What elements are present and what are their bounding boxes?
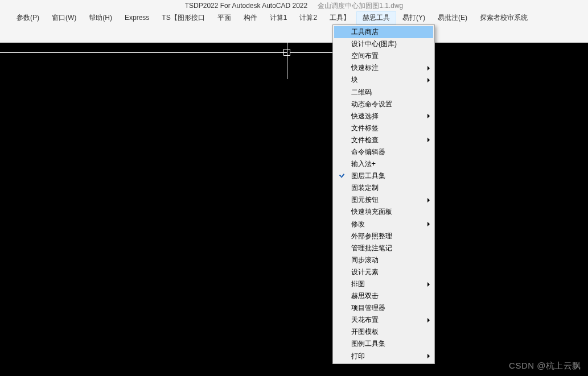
pickbox — [283, 49, 290, 56]
menu-option[interactable]: 工具商店 — [334, 26, 433, 38]
menu-option[interactable]: 块 — [334, 74, 433, 86]
menu-item-6[interactable]: 构件 — [237, 11, 264, 24]
submenu-arrow-icon — [427, 198, 430, 203]
menu-bar: 参数(P)窗口(W)帮助(H)ExpressTS【图形接口平面构件计算1计算2工… — [0, 11, 588, 24]
menu-option-label: 动态命令设置 — [351, 100, 392, 109]
menu-item-11[interactable]: 易打(Y) — [396, 11, 431, 24]
menu-option-label: 赫思双击 — [351, 291, 379, 301]
menu-option[interactable]: 固装定制 — [334, 182, 433, 194]
menu-option-label: 同步滚动 — [351, 255, 379, 265]
menu-option[interactable]: 图元按钮 — [334, 194, 433, 206]
menu-option-label: 图层工具集 — [351, 171, 385, 181]
menu-item-13[interactable]: 探索者校审系统 — [474, 11, 534, 24]
menu-option-label: 设计元素 — [351, 267, 379, 277]
drawing-canvas[interactable] — [0, 43, 588, 376]
menu-item-1[interactable]: 窗口(W) — [46, 11, 83, 24]
menu-item-2[interactable]: 帮助(H) — [83, 11, 118, 24]
menu-option-label: 命令编辑器 — [351, 147, 385, 157]
menu-item-8[interactable]: 计算2 — [293, 11, 323, 24]
menu-option[interactable]: 管理批注笔记 — [334, 242, 433, 254]
menu-option[interactable]: 命令编辑器 — [334, 146, 433, 158]
menu-option-label: 快速填充面板 — [351, 207, 392, 217]
menu-option[interactable]: 图层工具集 — [334, 170, 433, 182]
menu-option-label: 项目管理器 — [351, 303, 385, 313]
submenu-arrow-icon — [427, 66, 430, 71]
menu-option-label: 修改 — [351, 220, 365, 229]
menu-option[interactable]: 设计元素 — [334, 266, 433, 278]
menu-option-label: 空间布置 — [351, 51, 379, 61]
document-name: 金山调度中心加固图1.1.dwg — [318, 1, 403, 11]
menu-item-3[interactable]: Express — [118, 12, 155, 23]
menu-option[interactable]: 快速填充面板 — [334, 206, 433, 218]
menu-option-label: 外部参照整理 — [351, 232, 392, 241]
watermark: CSDN @杭上云飘 — [509, 361, 581, 371]
menu-item-7[interactable]: 计算1 — [264, 11, 294, 24]
menu-option[interactable]: 文件检查 — [334, 134, 433, 146]
menu-option[interactable]: 同步滚动 — [334, 254, 433, 266]
menu-item-9[interactable]: 工具】 — [323, 11, 356, 24]
menu-option[interactable]: 快速选择 — [334, 110, 433, 122]
submenu-arrow-icon — [427, 114, 430, 118]
menu-option[interactable]: 天花布置 — [334, 314, 433, 326]
menu-item-5[interactable]: 平面 — [211, 11, 237, 24]
menu-option[interactable]: 排图 — [334, 278, 433, 290]
menu-item-12[interactable]: 易批注(E) — [431, 11, 474, 24]
menu-option-label: 图例工具集 — [351, 339, 385, 349]
app-title: TSDP2022 For Autodesk AutoCAD 2022 — [185, 2, 307, 10]
menu-option-label: 天花布置 — [351, 315, 379, 325]
menu-option[interactable]: 外部参照整理 — [334, 230, 433, 242]
menu-option[interactable]: 设计中心(图库) — [334, 38, 433, 50]
crosshair-h — [290, 52, 333, 53]
menu-option[interactable]: 文件标签 — [334, 122, 433, 134]
check-icon — [339, 173, 346, 180]
submenu-arrow-icon — [427, 318, 430, 323]
menu-option[interactable]: 打印 — [334, 350, 433, 362]
crosshair-v — [287, 43, 287, 79]
submenu-arrow-icon — [427, 138, 430, 142]
menu-option-label: 文件标签 — [351, 123, 379, 133]
menu-option[interactable]: 动态命令设置 — [334, 98, 433, 110]
menu-option-label: 图元按钮 — [351, 195, 379, 205]
menu-option-label: 打印 — [351, 352, 365, 361]
submenu-arrow-icon — [427, 282, 430, 287]
menu-option-label: 排图 — [351, 279, 365, 289]
menu-option-label: 设计中心(图库) — [351, 39, 397, 49]
menu-item-4[interactable]: TS【图形接口 — [155, 11, 211, 24]
menu-option-label: 管理批注笔记 — [351, 243, 392, 253]
menu-option-label: 开图模板 — [351, 327, 379, 337]
menu-option[interactable]: 二维码 — [334, 86, 433, 98]
title-bar: TSDP2022 For Autodesk AutoCAD 2022 金山调度中… — [0, 0, 588, 11]
menu-option[interactable]: 赫思双击 — [334, 290, 433, 302]
menu-option-label: 工具商店 — [351, 27, 379, 37]
menu-option[interactable]: 快速标注 — [334, 62, 433, 74]
submenu-arrow-icon — [427, 222, 430, 226]
menu-item-10[interactable]: 赫思工具 — [356, 11, 396, 24]
menu-option-label: 固装定制 — [351, 183, 379, 193]
menu-option-label: 块 — [351, 75, 358, 85]
menu-option-label: 文件检查 — [351, 135, 379, 145]
menu-option-label: 快速选择 — [351, 111, 379, 121]
menu-option-label: 快速标注 — [351, 63, 379, 73]
menu-option[interactable]: 修改 — [334, 218, 433, 230]
submenu-arrow-icon — [427, 354, 430, 358]
menu-option-label: 输入法+ — [351, 159, 376, 169]
hesi-tools-menu: 工具商店设计中心(图库)空间布置快速标注块二维码动态命令设置快速选择文件标签文件… — [332, 24, 435, 364]
menu-option-label: 二维码 — [351, 88, 372, 97]
menu-option[interactable]: 图例工具集 — [334, 338, 433, 350]
menu-option[interactable]: 空间布置 — [334, 50, 433, 62]
submenu-arrow-icon — [427, 78, 430, 82]
menu-option[interactable]: 项目管理器 — [334, 302, 433, 314]
crosshair-h — [0, 52, 287, 53]
menu-item-0[interactable]: 参数(P) — [10, 11, 46, 24]
menu-option[interactable]: 开图模板 — [334, 326, 433, 338]
menu-option[interactable]: 输入法+ — [334, 158, 433, 170]
